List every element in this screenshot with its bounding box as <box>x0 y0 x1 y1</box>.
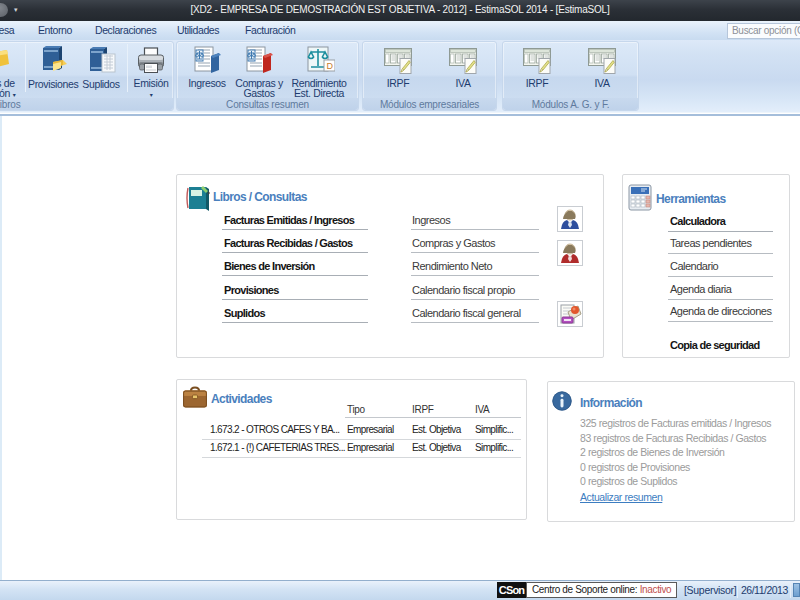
svg-text:D: D <box>326 61 333 71</box>
